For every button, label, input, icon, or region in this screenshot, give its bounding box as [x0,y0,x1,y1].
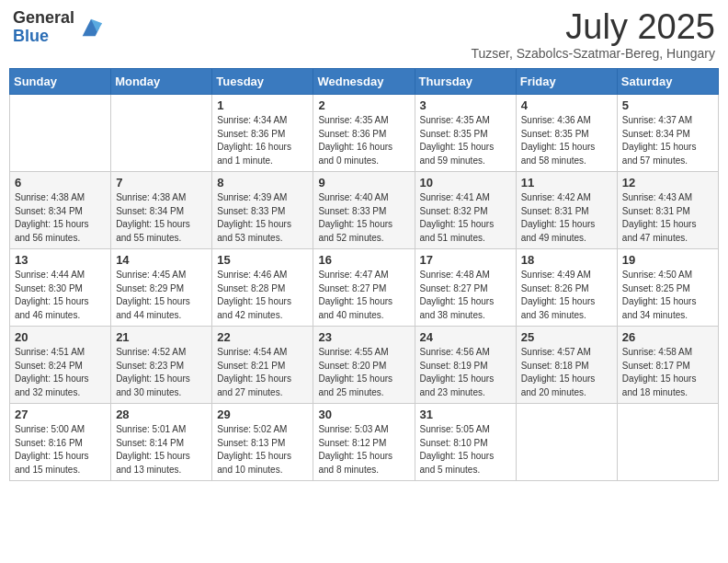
day-number: 20 [15,330,106,344]
day-number: 7 [116,176,207,190]
day-info: Sunrise: 4:43 AMSunset: 8:31 PMDaylight:… [622,191,713,245]
month-title: July 2025 [471,9,715,44]
day-number: 1 [217,98,308,112]
logo-icon [78,15,104,40]
calendar-cell: 3Sunrise: 4:35 AMSunset: 8:35 PMDaylight… [415,95,516,172]
calendar-cell: 24Sunrise: 4:56 AMSunset: 8:19 PMDayligh… [415,327,516,404]
day-number: 2 [318,98,409,112]
day-number: 8 [217,176,308,190]
calendar-cell: 10Sunrise: 4:41 AMSunset: 8:32 PMDayligh… [415,172,516,249]
logo-general: General [13,9,74,28]
day-number: 28 [116,408,207,421]
weekday-header: Wednesday [313,69,415,95]
day-number: 10 [420,176,511,190]
logo-text: General Blue [13,9,74,46]
day-number: 12 [622,176,713,190]
day-number: 25 [521,330,612,344]
calendar-cell: 13Sunrise: 4:44 AMSunset: 8:30 PMDayligh… [10,249,111,327]
day-info: Sunrise: 4:35 AMSunset: 8:35 PMDaylight:… [420,114,511,167]
weekday-header: Tuesday [212,69,313,95]
day-info: Sunrise: 4:36 AMSunset: 8:35 PMDaylight:… [521,114,612,167]
day-number: 3 [420,98,511,112]
day-info: Sunrise: 4:37 AMSunset: 8:34 PMDaylight:… [622,114,713,167]
calendar-cell [516,404,617,481]
calendar-cell: 16Sunrise: 4:47 AMSunset: 8:27 PMDayligh… [313,249,415,327]
day-info: Sunrise: 4:55 AMSunset: 8:20 PMDaylight:… [318,346,409,399]
day-info: Sunrise: 4:54 AMSunset: 8:21 PMDaylight:… [217,346,308,399]
day-number: 9 [318,176,409,190]
calendar-cell: 23Sunrise: 4:55 AMSunset: 8:20 PMDayligh… [313,327,415,404]
calendar-cell: 6Sunrise: 4:38 AMSunset: 8:34 PMDaylight… [10,172,111,249]
day-info: Sunrise: 5:05 AMSunset: 8:10 PMDaylight:… [420,423,511,477]
day-number: 23 [318,330,409,344]
calendar-cell: 28Sunrise: 5:01 AMSunset: 8:14 PMDayligh… [111,404,212,481]
day-info: Sunrise: 4:41 AMSunset: 8:32 PMDaylight:… [420,191,511,245]
day-number: 24 [420,330,511,344]
day-info: Sunrise: 4:35 AMSunset: 8:36 PMDaylight:… [318,114,409,167]
calendar-cell: 19Sunrise: 4:50 AMSunset: 8:25 PMDayligh… [617,249,718,327]
day-info: Sunrise: 4:58 AMSunset: 8:17 PMDaylight:… [622,346,713,399]
day-number: 30 [318,408,409,421]
calendar-table: SundayMondayTuesdayWednesdayThursdayFrid… [9,68,719,481]
calendar-cell: 26Sunrise: 4:58 AMSunset: 8:17 PMDayligh… [617,327,718,404]
logo-blue: Blue [13,28,74,46]
calendar-cell: 21Sunrise: 4:52 AMSunset: 8:23 PMDayligh… [111,327,212,404]
day-info: Sunrise: 5:00 AMSunset: 8:16 PMDaylight:… [15,423,106,477]
calendar-cell: 30Sunrise: 5:03 AMSunset: 8:12 PMDayligh… [313,404,415,481]
day-number: 21 [116,330,207,344]
day-info: Sunrise: 5:01 AMSunset: 8:14 PMDaylight:… [116,423,207,477]
calendar-cell [10,95,111,172]
day-info: Sunrise: 4:50 AMSunset: 8:25 PMDaylight:… [622,269,713,322]
calendar-cell: 5Sunrise: 4:37 AMSunset: 8:34 PMDaylight… [617,95,718,172]
calendar-cell: 14Sunrise: 4:45 AMSunset: 8:29 PMDayligh… [111,249,212,327]
calendar-cell: 2Sunrise: 4:35 AMSunset: 8:36 PMDaylight… [313,95,415,172]
day-number: 26 [622,330,713,344]
day-number: 22 [217,330,308,344]
day-info: Sunrise: 4:51 AMSunset: 8:24 PMDaylight:… [15,346,106,399]
calendar-cell: 22Sunrise: 4:54 AMSunset: 8:21 PMDayligh… [212,327,313,404]
day-number: 19 [622,253,713,267]
day-info: Sunrise: 4:52 AMSunset: 8:23 PMDaylight:… [116,346,207,399]
day-number: 16 [318,253,409,267]
day-info: Sunrise: 4:40 AMSunset: 8:33 PMDaylight:… [318,191,409,245]
logo: General Blue [13,9,104,46]
day-info: Sunrise: 4:49 AMSunset: 8:26 PMDaylight:… [521,269,612,322]
calendar-cell: 11Sunrise: 4:42 AMSunset: 8:31 PMDayligh… [516,172,617,249]
day-info: Sunrise: 4:38 AMSunset: 8:34 PMDaylight:… [116,191,207,245]
day-number: 6 [15,176,106,190]
day-number: 17 [420,253,511,267]
day-number: 5 [622,98,713,112]
calendar-header-row: SundayMondayTuesdayWednesdayThursdayFrid… [10,69,719,95]
calendar-cell: 25Sunrise: 4:57 AMSunset: 8:18 PMDayligh… [516,327,617,404]
day-info: Sunrise: 5:03 AMSunset: 8:12 PMDaylight:… [318,423,409,477]
day-number: 18 [521,253,612,267]
calendar-week-row: 1Sunrise: 4:34 AMSunset: 8:36 PMDaylight… [10,95,719,172]
day-number: 27 [15,408,106,421]
day-info: Sunrise: 5:02 AMSunset: 8:13 PMDaylight:… [217,423,308,477]
day-number: 15 [217,253,308,267]
day-info: Sunrise: 4:38 AMSunset: 8:34 PMDaylight:… [15,191,106,245]
calendar-cell: 7Sunrise: 4:38 AMSunset: 8:34 PMDaylight… [111,172,212,249]
day-number: 14 [116,253,207,267]
weekday-header: Sunday [10,69,111,95]
calendar-cell: 4Sunrise: 4:36 AMSunset: 8:35 PMDaylight… [516,95,617,172]
day-number: 29 [217,408,308,421]
calendar-cell [111,95,212,172]
calendar-cell: 8Sunrise: 4:39 AMSunset: 8:33 PMDaylight… [212,172,313,249]
calendar-cell: 27Sunrise: 5:00 AMSunset: 8:16 PMDayligh… [10,404,111,481]
weekday-header: Friday [516,69,617,95]
location-subtitle: Tuzser, Szabolcs-Szatmar-Bereg, Hungary [471,46,715,61]
page-header: General Blue July 2025 Tuzser, Szabolcs-… [9,9,719,61]
calendar-cell [617,404,718,481]
calendar-week-row: 13Sunrise: 4:44 AMSunset: 8:30 PMDayligh… [10,249,719,327]
day-number: 13 [15,253,106,267]
day-info: Sunrise: 4:46 AMSunset: 8:28 PMDaylight:… [217,269,308,322]
calendar-cell: 29Sunrise: 5:02 AMSunset: 8:13 PMDayligh… [212,404,313,481]
day-info: Sunrise: 4:57 AMSunset: 8:18 PMDaylight:… [521,346,612,399]
day-info: Sunrise: 4:34 AMSunset: 8:36 PMDaylight:… [217,114,308,167]
day-info: Sunrise: 4:48 AMSunset: 8:27 PMDaylight:… [420,269,511,322]
day-info: Sunrise: 4:42 AMSunset: 8:31 PMDaylight:… [521,191,612,245]
day-number: 4 [521,98,612,112]
day-info: Sunrise: 4:45 AMSunset: 8:29 PMDaylight:… [116,269,207,322]
weekday-header: Monday [111,69,212,95]
